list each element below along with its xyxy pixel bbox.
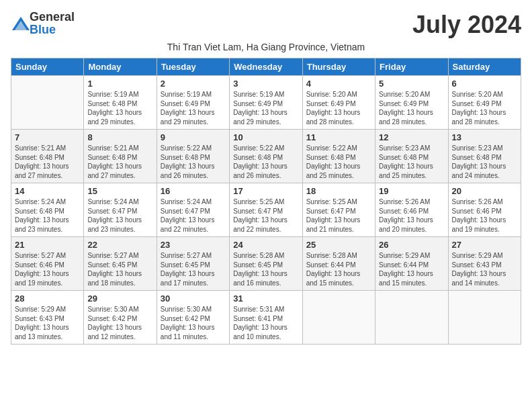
calendar-cell: 23Sunrise: 5:27 AMSunset: 6:45 PMDayligh… <box>157 237 229 291</box>
weekday-header-saturday: Saturday <box>448 58 521 76</box>
day-info: Sunrise: 5:23 AMSunset: 6:48 PMDaylight:… <box>379 144 444 180</box>
day-info: Sunrise: 5:23 AMSunset: 6:48 PMDaylight:… <box>452 144 517 180</box>
logo-icon <box>11 15 27 32</box>
day-info: Sunrise: 5:26 AMSunset: 6:46 PMDaylight:… <box>452 197 517 234</box>
day-info: Sunrise: 5:31 AMSunset: 6:41 PMDaylight:… <box>233 305 298 341</box>
day-number: 10 <box>233 132 298 142</box>
day-info: Sunrise: 5:22 AMSunset: 6:48 PMDaylight:… <box>306 144 371 180</box>
calendar-cell: 10Sunrise: 5:22 AMSunset: 6:48 PMDayligh… <box>230 130 302 183</box>
logo-general: General <box>30 10 75 24</box>
day-number: 6 <box>452 79 517 89</box>
calendar-cell: 4Sunrise: 5:20 AMSunset: 6:49 PMDaylight… <box>302 76 375 130</box>
calendar-cell: 14Sunrise: 5:24 AMSunset: 6:48 PMDayligh… <box>11 183 84 237</box>
day-number: 23 <box>161 240 226 250</box>
day-number: 5 <box>379 79 444 89</box>
weekday-header-thursday: Thursday <box>302 58 375 76</box>
day-number: 12 <box>379 132 444 142</box>
calendar-cell: 8Sunrise: 5:21 AMSunset: 6:48 PMDaylight… <box>84 130 157 183</box>
day-info: Sunrise: 5:24 AMSunset: 6:47 PMDaylight:… <box>161 197 226 234</box>
day-info: Sunrise: 5:24 AMSunset: 6:48 PMDaylight:… <box>15 197 80 234</box>
day-info: Sunrise: 5:27 AMSunset: 6:45 PMDaylight:… <box>161 251 226 287</box>
day-number: 3 <box>233 79 298 89</box>
day-number: 11 <box>306 132 371 142</box>
day-info: Sunrise: 5:22 AMSunset: 6:48 PMDaylight:… <box>233 144 298 180</box>
day-number: 15 <box>87 186 152 196</box>
day-info: Sunrise: 5:20 AMSunset: 6:49 PMDaylight:… <box>452 90 517 126</box>
calendar-cell: 18Sunrise: 5:25 AMSunset: 6:47 PMDayligh… <box>302 183 375 237</box>
day-number: 17 <box>233 186 298 196</box>
week-row-1: 1Sunrise: 5:19 AMSunset: 6:48 PMDaylight… <box>11 76 521 130</box>
weekday-header-wednesday: Wednesday <box>230 58 302 76</box>
calendar-cell: 12Sunrise: 5:23 AMSunset: 6:48 PMDayligh… <box>375 130 448 183</box>
day-number: 16 <box>161 186 226 196</box>
calendar-cell: 7Sunrise: 5:21 AMSunset: 6:48 PMDaylight… <box>11 130 84 183</box>
day-info: Sunrise: 5:27 AMSunset: 6:45 PMDaylight:… <box>87 251 152 287</box>
calendar-cell: 11Sunrise: 5:22 AMSunset: 6:48 PMDayligh… <box>302 130 375 183</box>
calendar-cell <box>302 291 375 345</box>
day-info: Sunrise: 5:24 AMSunset: 6:47 PMDaylight:… <box>87 197 152 234</box>
day-info: Sunrise: 5:20 AMSunset: 6:49 PMDaylight:… <box>379 90 444 126</box>
calendar-cell: 28Sunrise: 5:29 AMSunset: 6:43 PMDayligh… <box>11 291 84 345</box>
day-info: Sunrise: 5:29 AMSunset: 6:43 PMDaylight:… <box>452 251 517 287</box>
weekday-header-tuesday: Tuesday <box>157 58 229 76</box>
day-info: Sunrise: 5:19 AMSunset: 6:48 PMDaylight:… <box>87 90 152 126</box>
calendar-cell: 15Sunrise: 5:24 AMSunset: 6:47 PMDayligh… <box>84 183 157 237</box>
calendar-table: SundayMondayTuesdayWednesdayThursdayFrid… <box>11 58 521 345</box>
day-number: 21 <box>15 240 80 250</box>
day-info: Sunrise: 5:30 AMSunset: 6:42 PMDaylight:… <box>87 305 152 341</box>
calendar-cell: 25Sunrise: 5:28 AMSunset: 6:44 PMDayligh… <box>302 237 375 291</box>
calendar-cell: 1Sunrise: 5:19 AMSunset: 6:48 PMDaylight… <box>84 76 157 130</box>
day-info: Sunrise: 5:28 AMSunset: 6:45 PMDaylight:… <box>233 251 298 287</box>
day-number: 4 <box>306 79 371 89</box>
day-number: 25 <box>306 240 371 250</box>
day-number: 9 <box>161 132 226 142</box>
calendar-cell: 24Sunrise: 5:28 AMSunset: 6:45 PMDayligh… <box>230 237 302 291</box>
week-row-3: 14Sunrise: 5:24 AMSunset: 6:48 PMDayligh… <box>11 183 521 237</box>
header: General Blue July 2024 <box>11 11 521 39</box>
subtitle: Thi Tran Viet Lam, Ha Giang Province, Vi… <box>11 42 521 52</box>
day-number: 13 <box>452 132 517 142</box>
day-info: Sunrise: 5:29 AMSunset: 6:44 PMDaylight:… <box>379 251 444 287</box>
day-number: 30 <box>161 293 226 304</box>
day-number: 24 <box>233 240 298 250</box>
calendar-cell: 31Sunrise: 5:31 AMSunset: 6:41 PMDayligh… <box>230 291 302 345</box>
month-title: July 2024 <box>412 11 521 39</box>
calendar-cell: 16Sunrise: 5:24 AMSunset: 6:47 PMDayligh… <box>157 183 229 237</box>
day-info: Sunrise: 5:20 AMSunset: 6:49 PMDaylight:… <box>306 90 371 126</box>
day-number: 1 <box>87 79 152 89</box>
day-number: 14 <box>15 186 80 196</box>
calendar-cell: 29Sunrise: 5:30 AMSunset: 6:42 PMDayligh… <box>84 291 157 345</box>
day-info: Sunrise: 5:26 AMSunset: 6:46 PMDaylight:… <box>379 197 444 234</box>
calendar-cell: 6Sunrise: 5:20 AMSunset: 6:49 PMDaylight… <box>448 76 521 130</box>
day-info: Sunrise: 5:29 AMSunset: 6:43 PMDaylight:… <box>15 305 80 341</box>
day-info: Sunrise: 5:28 AMSunset: 6:44 PMDaylight:… <box>306 251 371 287</box>
calendar-cell: 22Sunrise: 5:27 AMSunset: 6:45 PMDayligh… <box>84 237 157 291</box>
day-number: 26 <box>379 240 444 250</box>
logo-blue: Blue <box>30 23 56 36</box>
calendar-cell: 19Sunrise: 5:26 AMSunset: 6:46 PMDayligh… <box>375 183 448 237</box>
week-row-4: 21Sunrise: 5:27 AMSunset: 6:46 PMDayligh… <box>11 237 521 291</box>
calendar-cell: 9Sunrise: 5:22 AMSunset: 6:48 PMDaylight… <box>157 130 229 183</box>
day-number: 2 <box>161 79 226 89</box>
weekday-header-friday: Friday <box>375 58 448 76</box>
calendar-cell <box>448 291 521 345</box>
calendar-cell: 20Sunrise: 5:26 AMSunset: 6:46 PMDayligh… <box>448 183 521 237</box>
weekday-header-monday: Monday <box>84 58 157 76</box>
day-number: 19 <box>379 186 444 196</box>
day-number: 28 <box>15 293 80 304</box>
day-info: Sunrise: 5:22 AMSunset: 6:48 PMDaylight:… <box>161 144 226 180</box>
day-number: 29 <box>87 293 152 304</box>
day-info: Sunrise: 5:21 AMSunset: 6:48 PMDaylight:… <box>15 144 80 180</box>
calendar-cell: 13Sunrise: 5:23 AMSunset: 6:48 PMDayligh… <box>448 130 521 183</box>
day-info: Sunrise: 5:25 AMSunset: 6:47 PMDaylight:… <box>306 197 371 234</box>
logo-text: General Blue <box>30 11 75 36</box>
day-number: 22 <box>87 240 152 250</box>
calendar-cell: 5Sunrise: 5:20 AMSunset: 6:49 PMDaylight… <box>375 76 448 130</box>
day-number: 8 <box>87 132 152 142</box>
day-number: 31 <box>233 293 298 304</box>
day-number: 18 <box>306 186 371 196</box>
calendar-cell: 30Sunrise: 5:30 AMSunset: 6:42 PMDayligh… <box>157 291 229 345</box>
calendar-cell: 3Sunrise: 5:19 AMSunset: 6:49 PMDaylight… <box>230 76 302 130</box>
day-number: 27 <box>452 240 517 250</box>
day-number: 7 <box>15 132 80 142</box>
